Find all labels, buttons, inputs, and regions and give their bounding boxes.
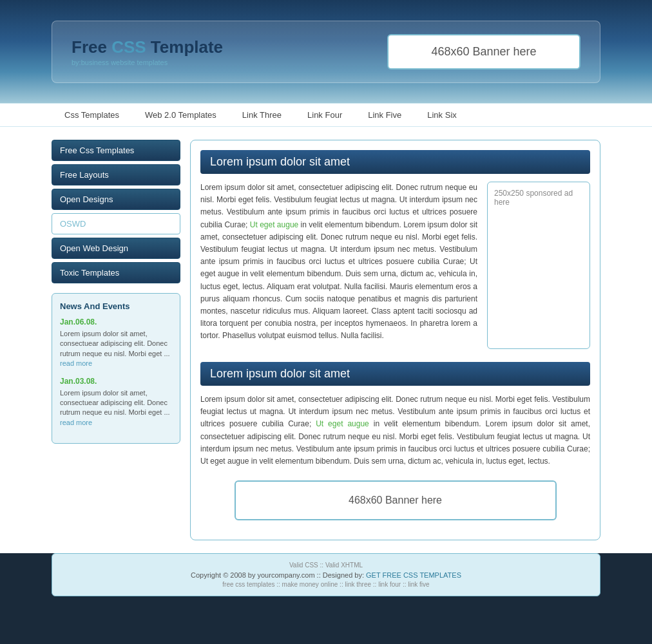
nav-link-link4[interactable]: Link Four bbox=[294, 104, 355, 126]
nav-item-link5[interactable]: Link Five bbox=[355, 104, 414, 126]
nav-item-link4[interactable]: Link Four bbox=[294, 104, 355, 126]
footer-link-1[interactable]: free css templates bbox=[222, 581, 274, 588]
section-title-2: Lorem ipsum dolor sit amet bbox=[200, 362, 590, 386]
nav-item-css-templates[interactable]: Css Templates bbox=[52, 104, 132, 126]
nav-item-link3[interactable]: Link Three bbox=[229, 104, 294, 126]
logo-free: Free bbox=[72, 37, 111, 57]
header-inner: Free CSS Template by:business website te… bbox=[52, 21, 600, 83]
nav-link-link5[interactable]: Link Five bbox=[355, 104, 414, 126]
news-heading: News And Events bbox=[60, 301, 172, 311]
footer-link-2[interactable]: make money online bbox=[282, 581, 338, 588]
nav-link-web20[interactable]: Web 2.0 Templates bbox=[132, 104, 229, 126]
nav-link-link6[interactable]: Link Six bbox=[414, 104, 470, 126]
footer-link-3[interactable]: link three bbox=[345, 581, 371, 588]
footer-valid: Valid CSS :: Valid XHTML bbox=[60, 562, 592, 569]
nav-item-web20[interactable]: Web 2.0 Templates bbox=[132, 104, 229, 126]
section-title-1: Lorem ipsum dolor sit amet bbox=[200, 150, 590, 174]
sidebar-btn-free-css[interactable]: Free Css Templates bbox=[52, 140, 180, 161]
main-wrapper: Free Css Templates Free Layouts Open Des… bbox=[0, 127, 652, 553]
news-read-more-2[interactable]: read more bbox=[60, 419, 92, 426]
content-section-1: Lorem ipsum dolor sit amet Lorem ipsum d… bbox=[200, 150, 590, 349]
news-text-1: Lorem ipsum dolor sit amet, consectuear … bbox=[60, 329, 172, 369]
sidebar-btn-oswd[interactable]: OSWD bbox=[52, 213, 180, 234]
logo-subtitle: by:business website templates bbox=[72, 59, 223, 66]
content-link-1[interactable]: Ut eget augue bbox=[250, 220, 298, 229]
content-text-2: Lorem ipsum dolor sit amet, consectetuer… bbox=[200, 393, 590, 468]
sidebar: Free Css Templates Free Layouts Open Des… bbox=[52, 140, 180, 540]
nav-bar: Css Templates Web 2.0 Templates Link Thr… bbox=[0, 103, 652, 127]
content-text-1: Lorem ipsum dolor sit amet, consectetuer… bbox=[200, 182, 477, 349]
bottom-banner: 468x60 Banner here bbox=[235, 480, 557, 520]
nav-link-link3[interactable]: Link Three bbox=[229, 104, 294, 126]
sidebar-nav: Free Css Templates Free Layouts Open Des… bbox=[52, 140, 180, 283]
footer-link-5[interactable]: link five bbox=[408, 581, 429, 588]
news-box: News And Events Jan.06.08. Lorem ipsum d… bbox=[52, 293, 180, 444]
footer-copyright: Copyright © 2008 by yourcompany.com :: D… bbox=[60, 571, 592, 579]
news-date-1: Jan.06.08. bbox=[60, 317, 172, 327]
top-bar: Free CSS Template by:business website te… bbox=[0, 0, 652, 103]
footer-designer-link[interactable]: GET FREE CSS TEMPLATES bbox=[366, 571, 461, 579]
nav-item-link6[interactable]: Link Six bbox=[414, 104, 470, 126]
nav-list: Css Templates Web 2.0 Templates Link Thr… bbox=[52, 104, 600, 126]
header-banner: 468x60 Banner here bbox=[387, 34, 580, 70]
sidebar-btn-open-web[interactable]: Open Web Design bbox=[52, 238, 180, 259]
news-item-2: Jan.03.08. Lorem ipsum dolor sit amet, c… bbox=[60, 377, 172, 428]
footer: Valid CSS :: Valid XHTML Copyright © 200… bbox=[52, 553, 600, 596]
content-link-2[interactable]: Ut eget augue bbox=[316, 419, 369, 428]
logo-area: Free CSS Template by:business website te… bbox=[72, 37, 223, 66]
sidebar-btn-toxic[interactable]: Toxic Templates bbox=[52, 262, 180, 283]
news-item-1: Jan.06.08. Lorem ipsum dolor sit amet, c… bbox=[60, 317, 172, 369]
sponsored-box: 250x250 sponsored ad here bbox=[487, 182, 590, 349]
nav-link-css-templates[interactable]: Css Templates bbox=[52, 104, 132, 126]
content-section-2: Lorem ipsum dolor sit amet Lorem ipsum d… bbox=[200, 362, 590, 468]
main-content: Lorem ipsum dolor sit amet Lorem ipsum d… bbox=[190, 140, 600, 540]
logo-template: Template bbox=[146, 37, 223, 57]
sidebar-btn-free-layouts[interactable]: Free Layouts bbox=[52, 164, 180, 185]
logo-title: Free CSS Template bbox=[72, 37, 223, 57]
content-row-1: Lorem ipsum dolor sit amet, consectetuer… bbox=[200, 182, 590, 349]
content-layout: Free Css Templates Free Layouts Open Des… bbox=[52, 133, 600, 540]
news-date-2: Jan.03.08. bbox=[60, 377, 172, 386]
footer-link-4[interactable]: link four bbox=[378, 581, 401, 588]
logo-css: CSS bbox=[111, 37, 146, 57]
sidebar-btn-open-designs[interactable]: Open Designs bbox=[52, 189, 180, 210]
footer-links: free css templates :: make money online … bbox=[60, 581, 592, 588]
news-read-more-1[interactable]: read more bbox=[60, 359, 92, 367]
news-text-2: Lorem ipsum dolor sit amet, consectuear … bbox=[60, 388, 172, 428]
